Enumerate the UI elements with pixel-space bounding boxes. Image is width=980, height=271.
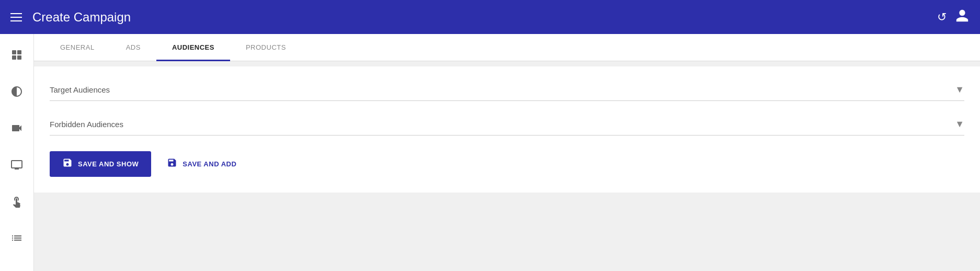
- save-and-add-label: SAVE AND ADD: [183, 160, 236, 168]
- tab-ads[interactable]: ADS: [110, 34, 156, 61]
- save-and-add-button[interactable]: SAVE AND ADD: [162, 151, 242, 177]
- tab-bar: GENERAL ADS AUDIENCES PRODUCTS: [34, 34, 980, 61]
- refresh-icon[interactable]: ↺: [937, 10, 947, 24]
- sidebar-item-list[interactable]: [6, 228, 27, 249]
- save-and-show-button[interactable]: SAVE AND SHOW: [50, 151, 151, 177]
- sidebar-item-dashboard[interactable]: [6, 44, 27, 65]
- sidebar: [0, 34, 34, 271]
- target-audiences-dropdown[interactable]: Target Audiences ▼: [50, 77, 964, 101]
- target-audiences-chevron-icon: ▼: [955, 84, 964, 95]
- hamburger-menu-icon[interactable]: [10, 13, 22, 21]
- tab-general[interactable]: GENERAL: [44, 34, 110, 61]
- page-title: Create Campaign: [32, 10, 131, 25]
- save-add-save-icon: [167, 157, 177, 171]
- sidebar-item-video[interactable]: [6, 118, 27, 139]
- sidebar-item-touch[interactable]: [6, 191, 27, 212]
- svg-rect-2: [12, 55, 16, 60]
- forbidden-audiences-dropdown[interactable]: Forbidden Audiences ▼: [50, 111, 964, 136]
- tab-products[interactable]: PRODUCTS: [230, 34, 302, 61]
- save-show-save-icon: [62, 157, 73, 171]
- user-icon[interactable]: [955, 8, 970, 26]
- header-right: ↺: [937, 8, 970, 26]
- svg-rect-1: [17, 50, 21, 54]
- svg-rect-0: [12, 50, 16, 54]
- target-audiences-label: Target Audiences: [50, 85, 110, 94]
- svg-rect-3: [17, 55, 21, 60]
- form-area: Target Audiences ▼ Forbidden Audiences ▼…: [34, 66, 980, 193]
- forbidden-audiences-label: Forbidden Audiences: [50, 120, 123, 129]
- main-content: GENERAL ADS AUDIENCES PRODUCTS Target Au…: [34, 34, 980, 271]
- tab-audiences[interactable]: AUDIENCES: [156, 34, 230, 61]
- sidebar-item-analytics[interactable]: [6, 81, 27, 102]
- forbidden-audiences-chevron-icon: ▼: [955, 119, 964, 130]
- header-left: Create Campaign: [10, 10, 131, 25]
- main-layout: GENERAL ADS AUDIENCES PRODUCTS Target Au…: [0, 34, 980, 271]
- save-and-show-label: SAVE AND SHOW: [78, 160, 139, 168]
- header: Create Campaign ↺: [0, 0, 980, 34]
- button-row: SAVE AND SHOW SAVE AND ADD: [50, 146, 964, 177]
- sidebar-item-tv[interactable]: [6, 154, 27, 175]
